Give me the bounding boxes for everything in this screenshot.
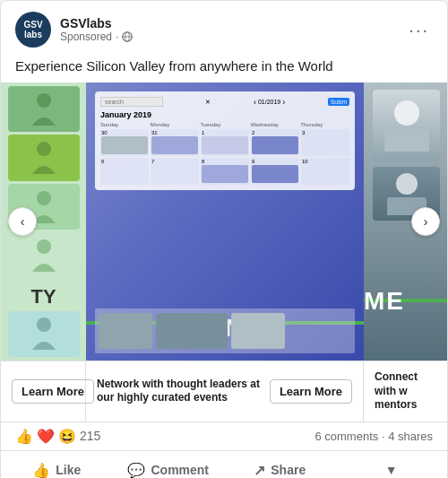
footer-learn-btn-2[interactable]: Learn More — [270, 379, 352, 404]
person-5 — [8, 311, 80, 357]
laugh-emoji: 😆 — [58, 428, 76, 445]
person-silhouette-1 — [30, 91, 57, 127]
mentor-head-1 — [394, 100, 419, 126]
person-silhouette-2 — [30, 140, 57, 176]
bottom-image-strip — [95, 309, 355, 353]
cal-cell-8: 8 — [201, 158, 249, 185]
carousel-wrapper: TY ✕ — [1, 83, 447, 361]
cal-cell-2: 2 — [251, 129, 299, 156]
svg-point-4 — [37, 142, 51, 156]
post-text: Experience Silicon Valley from anywhere … — [1, 55, 447, 83]
calendar-nav: ‹ 01/2019 › — [254, 98, 285, 107]
footer-desc-events: Network with thought leaders at our high… — [97, 378, 263, 405]
svg-point-3 — [37, 93, 51, 108]
mentor-head-2 — [396, 173, 418, 195]
me-label: ME — [364, 287, 405, 316]
calendar-grid: ✕ ‹ 01/2019 › Subm January 2019 Sunday M… — [95, 91, 355, 190]
day-sunday: Sunday — [100, 122, 150, 127]
carousel-arrow-left[interactable]: ‹ — [8, 207, 37, 236]
cal-cell-3: 3 — [301, 129, 349, 156]
day-wednesday: Wednesday — [250, 122, 299, 127]
cal-cell-10: 10 — [301, 158, 349, 185]
globe-icon — [122, 31, 133, 42]
sponsored-row: Sponsored · — [60, 30, 133, 43]
svg-point-5 — [37, 191, 51, 205]
calendar-month: January 2019 — [100, 110, 349, 119]
strip-img-2 — [156, 313, 228, 349]
facebook-post-card: GSVlabs GSVlabs Sponsored · ··· Experien… — [0, 0, 448, 478]
person-2 — [8, 135, 80, 180]
strip-img-1 — [99, 313, 152, 349]
cal-cell-30: 30 — [100, 129, 149, 156]
day-monday: Monday — [151, 122, 200, 127]
day-thursday: Thursday — [300, 122, 349, 127]
person-silhouette-5 — [30, 316, 57, 352]
reaction-count: 215 — [80, 429, 100, 443]
carousel-arrow-right[interactable]: › — [411, 207, 440, 236]
ty-label: TY — [30, 285, 56, 309]
footer-learn-btn-1[interactable]: Learn More — [12, 379, 94, 404]
carousel-item-events: ✕ ‹ 01/2019 › Subm January 2019 Sunday M… — [86, 83, 364, 361]
more-options-button[interactable]: ··· — [405, 16, 433, 44]
cal-cell-1: 1 — [201, 129, 249, 156]
reactions-row: 👍 ❤️ 😆 215 6 comments · 4 shares — [1, 422, 447, 450]
share-icon: ↗ — [254, 462, 265, 478]
page-avatar[interactable]: GSVlabs — [15, 12, 51, 48]
mentor-body-1 — [384, 129, 429, 152]
footer-desc-text: Network with thought leaders at our high… — [97, 378, 263, 405]
more-action-icon: ▼ — [385, 463, 398, 477]
actions-row: 👍 Like 💬 Comment ↗ Share ▼ — [1, 450, 447, 478]
share-button[interactable]: ↗ Share — [224, 455, 336, 478]
footer-item-events: Network with thought leaders at our high… — [86, 361, 364, 422]
carousel-footers: Learn More Network with thought leaders … — [1, 361, 447, 422]
footer-desc-mentors: Connect with w mentors — [375, 370, 436, 413]
events-card: ✕ ‹ 01/2019 › Subm January 2019 Sunday M… — [86, 83, 364, 361]
post-header: GSVlabs GSVlabs Sponsored · ··· — [1, 1, 447, 55]
cal-cell-6: 6 — [100, 158, 149, 185]
calendar-header: ✕ ‹ 01/2019 › Subm — [100, 97, 349, 107]
cal-prev-btn[interactable]: ‹ — [254, 98, 256, 107]
calendar-cells: 30 31 1 2 3 6 7 8 9 10 — [100, 129, 349, 185]
cal-next-btn[interactable]: › — [282, 98, 285, 107]
cal-cell-9: 9 — [251, 158, 299, 185]
comment-icon: 💬 — [127, 462, 145, 478]
like-icon: 👍 — [32, 462, 50, 478]
heart-emoji: ❤️ — [37, 428, 55, 445]
dot-separator: · — [116, 30, 118, 43]
strip-img-3 — [231, 313, 285, 349]
like-label: Like — [56, 463, 81, 477]
page-info: GSVlabs Sponsored · — [60, 16, 133, 43]
person-silhouette-4 — [30, 238, 57, 274]
calendar-x-btn[interactable]: ✕ — [205, 99, 211, 106]
calendar-search-input[interactable] — [100, 97, 163, 107]
cal-cell-31: 31 — [151, 129, 199, 156]
reactions-left[interactable]: 👍 ❤️ 😆 215 — [15, 428, 100, 445]
comment-label: Comment — [151, 463, 209, 477]
person-1 — [8, 86, 80, 132]
mentor-person-1 — [373, 90, 440, 161]
footer-item-people: Learn More — [1, 361, 86, 422]
calendar-submit-btn[interactable]: Subm — [328, 98, 349, 106]
cal-date: 01/2019 — [258, 99, 280, 105]
comments-count[interactable]: 6 comments — [314, 430, 378, 443]
carousel-track: TY ✕ — [1, 83, 447, 361]
header-left: GSVlabs GSVlabs Sponsored · — [15, 12, 133, 48]
cal-cell-7: 7 — [151, 158, 199, 185]
shares-count[interactable]: 4 shares — [388, 430, 433, 443]
footer-item-mentors: Connect with w mentors — [364, 361, 447, 422]
sponsored-label: Sponsored — [60, 30, 112, 43]
like-emoji: 👍 — [15, 428, 33, 445]
calendar-days-header: Sunday Monday Tuesday Wednesday Thursday — [100, 122, 349, 127]
day-tuesday: Tuesday — [201, 122, 250, 127]
more-action-button[interactable]: ▼ — [336, 455, 448, 478]
share-label: Share — [271, 463, 306, 477]
person-4 — [8, 232, 80, 278]
reactions-right[interactable]: 6 comments · 4 shares — [314, 430, 433, 443]
svg-point-7 — [37, 317, 51, 332]
comment-button[interactable]: 💬 Comment — [113, 455, 225, 478]
page-name[interactable]: GSVlabs — [60, 16, 133, 30]
svg-point-6 — [37, 239, 51, 254]
like-button[interactable]: 👍 Like — [1, 455, 113, 478]
